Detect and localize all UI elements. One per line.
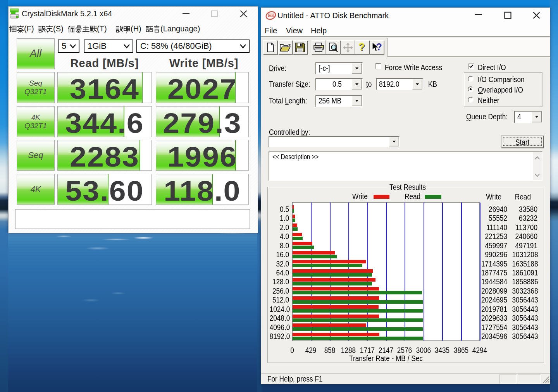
svg-text:ATTO: ATTO [269, 14, 274, 17]
